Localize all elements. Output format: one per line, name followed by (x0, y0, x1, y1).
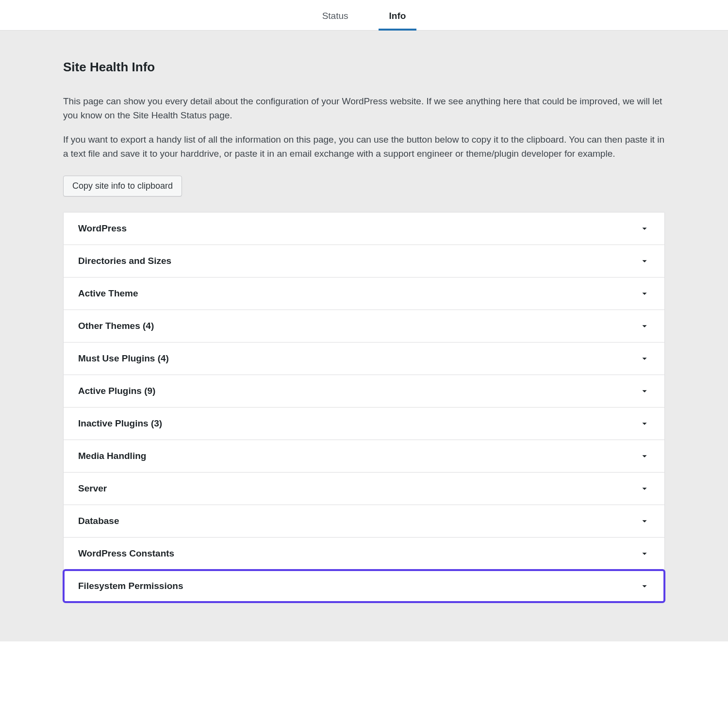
tab-bar: Status Info (0, 0, 728, 31)
accordion-item-media-handling[interactable]: Media Handling (64, 440, 664, 473)
accordion-label: Active Plugins (9) (78, 386, 155, 396)
intro-paragraph-2: If you want to export a handy list of al… (63, 132, 665, 161)
accordion-label: Media Handling (78, 451, 146, 461)
intro-paragraph-1: This page can show you every detail abou… (63, 94, 665, 123)
accordion-item-wordpress[interactable]: WordPress (64, 213, 664, 245)
accordion: WordPress Directories and Sizes Active T… (63, 212, 665, 603)
accordion-label: WordPress Constants (78, 548, 174, 559)
accordion-label: Server (78, 483, 107, 494)
chevron-down-icon (639, 451, 650, 461)
accordion-label: Directories and Sizes (78, 256, 171, 266)
accordion-item-wordpress-constants[interactable]: WordPress Constants (64, 538, 664, 570)
accordion-item-inactive-plugins[interactable]: Inactive Plugins (3) (64, 408, 664, 440)
accordion-label: Other Themes (4) (78, 321, 154, 331)
accordion-label: WordPress (78, 223, 127, 234)
accordion-label: Inactive Plugins (3) (78, 418, 162, 429)
chevron-down-icon (639, 418, 650, 429)
accordion-item-filesystem-permissions[interactable]: Filesystem Permissions (64, 570, 664, 602)
chevron-down-icon (639, 288, 650, 299)
accordion-item-directories-sizes[interactable]: Directories and Sizes (64, 245, 664, 278)
container: Site Health Info This page can show you … (63, 60, 665, 603)
accordion-item-active-plugins[interactable]: Active Plugins (9) (64, 375, 664, 408)
accordion-label: Database (78, 516, 119, 526)
accordion-label: Active Theme (78, 288, 138, 299)
chevron-down-icon (639, 516, 650, 526)
page-body: Site Health Info This page can show you … (0, 31, 728, 641)
chevron-down-icon (639, 581, 650, 591)
tab-status[interactable]: Status (316, 4, 354, 30)
accordion-label: Filesystem Permissions (78, 581, 183, 591)
accordion-item-database[interactable]: Database (64, 505, 664, 538)
chevron-down-icon (639, 483, 650, 494)
page-title: Site Health Info (63, 60, 665, 75)
chevron-down-icon (639, 386, 650, 396)
chevron-down-icon (639, 256, 650, 266)
accordion-item-active-theme[interactable]: Active Theme (64, 278, 664, 310)
accordion-label: Must Use Plugins (4) (78, 353, 169, 364)
chevron-down-icon (639, 353, 650, 364)
chevron-down-icon (639, 321, 650, 331)
accordion-item-server[interactable]: Server (64, 473, 664, 505)
accordion-item-other-themes[interactable]: Other Themes (4) (64, 310, 664, 343)
copy-site-info-button[interactable]: Copy site info to clipboard (63, 176, 182, 196)
chevron-down-icon (639, 548, 650, 559)
tab-info[interactable]: Info (383, 4, 412, 30)
accordion-item-must-use-plugins[interactable]: Must Use Plugins (4) (64, 343, 664, 375)
chevron-down-icon (639, 223, 650, 234)
